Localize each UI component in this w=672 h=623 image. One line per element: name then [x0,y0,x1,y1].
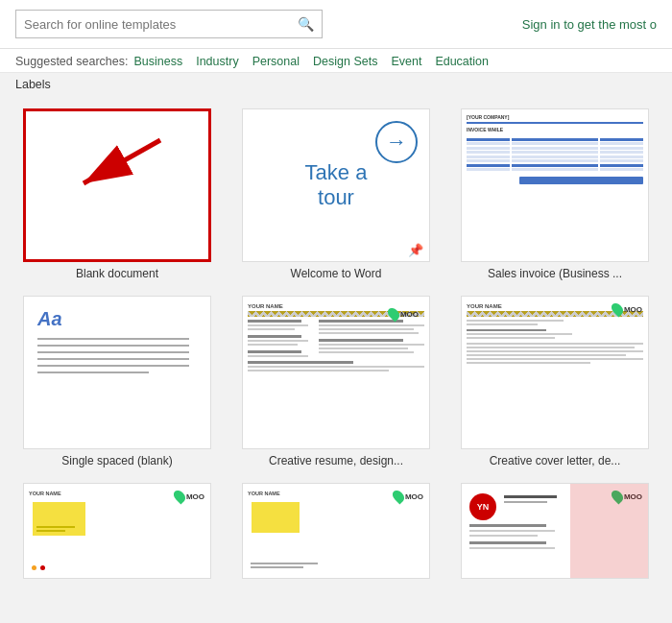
b1-yl1 [36,526,75,528]
cr-right-l4 [319,344,424,346]
section-label: Labels [0,73,672,97]
cr-right-l2 [319,328,414,330]
yn-bl2 [469,535,538,537]
moo-badge-cover: MOO [612,302,642,316]
invoice-label: Sales invoice (Business ... [488,267,622,280]
b2-l2 [251,566,303,568]
tour-thumb: → Take a tour 📌 [242,108,430,262]
cr-left-col [248,320,315,357]
cr-bottom-l1 [248,366,424,368]
moo-leaf-icon [385,306,401,323]
ss-line-3 [37,351,189,353]
b2-l1 [251,563,318,564]
search-input[interactable] [24,17,298,32]
b2-lines [251,563,318,568]
cc-addr-l1 [467,320,564,322]
blank-thumb [23,108,211,262]
svg-line-1 [84,140,160,183]
yn-nl2 [504,501,547,503]
invoice-blue-line [467,122,643,124]
cr-left-l4 [248,344,298,346]
ss-line-2 [37,345,189,347]
bottom-template-1[interactable]: MOO YOUR NAME [15,483,219,579]
template-invoice[interactable]: [YOUR COMPANY] INVOICE WHILE Sales invoi… [453,108,657,280]
invoice-table [467,138,643,172]
suggested-link-event[interactable]: Event [391,55,421,68]
cr-bottom-l2 [248,370,389,371]
cc-body-l4 [467,354,626,356]
yn-nl1 [504,495,557,498]
b1-dots [32,565,45,570]
bottom-thumb-2: MOO YOUR NAME [242,483,430,579]
cr-left-l1 [248,324,308,326]
b2-name: YOUR NAME [248,491,280,496]
bottom-template-2[interactable]: MOO YOUR NAME [234,483,438,579]
template-creative-cover[interactable]: MOO YOUR NAME [453,296,657,467]
moo-badge-resume: MOO [389,307,419,321]
yn-bl3 [469,547,555,549]
template-single-spaced[interactable]: Aa Single spaced (blank) [15,296,219,467]
search-button[interactable]: 🔍 [298,16,314,32]
suggested-link-education[interactable]: Education [435,55,489,68]
cc-body-l6 [467,362,590,364]
template-blank[interactable]: Blank document [15,108,219,280]
search-box[interactable]: 🔍 [15,10,323,38]
suggested-link-industry[interactable]: Industry [196,55,238,68]
suggested-link-business[interactable]: Business [133,55,182,68]
cr-right-l1 [319,324,424,326]
ss-line-6 [37,371,149,373]
cc-address [467,320,643,325]
suggested-link-design-sets[interactable]: Design Sets [313,55,377,68]
cc-body [467,343,643,364]
b1-yellow-block [33,502,85,536]
red-arrow-indicator [55,131,180,207]
cr-left-title3 [248,350,301,353]
suggested-link-personal[interactable]: Personal [252,55,300,68]
cc-body-l3 [467,350,643,352]
ss-line-1 [37,338,189,340]
cr-bottom-title [248,361,353,364]
templates-grid: Blank document → Take a tour 📌 Welcome t… [0,97,672,483]
pin-icon: 📌 [408,243,423,257]
template-creative-resume[interactable]: MOO YOUR NAME [234,296,438,467]
yn-circle: YN [469,493,496,520]
creative-resume-label: Creative resume, design... [269,454,403,467]
ss-lines [37,338,197,373]
moo-badge-b1: MOO [175,490,204,503]
b1-dot1 [32,565,36,570]
cr-left-l5 [248,355,308,357]
cc-body-l5 [467,358,643,360]
cr-left-title [248,320,301,323]
b1-dot2 [40,565,45,570]
moo-badge-b2: MOO [394,490,423,503]
tour-circle-icon: → [375,121,418,163]
template-tour[interactable]: → Take a tour 📌 Welcome to Word [234,108,438,280]
suggested-bar: Suggested searches: Business Industry Pe… [0,49,672,73]
yn-name-lines [504,495,557,503]
single-spaced-thumb: Aa [23,296,211,449]
moo-leaf-b2-icon [390,489,406,505]
bottom-row: MOO YOUR NAME MOO YOUR NAME [0,483,672,594]
cc-recv-l2 [467,333,572,335]
bottom-thumb-1: MOO YOUR NAME [23,483,211,579]
tour-label: Welcome to Word [291,267,382,280]
b2-yellow-block [252,502,300,533]
creative-cover-label: Creative cover letter, de... [490,454,621,467]
tour-text: Take a tour [305,160,368,211]
bottom-thumb-3: MOO YN [461,483,649,579]
cr-wrapper: MOO YOUR NAME [248,301,424,443]
invoice-detail: [YOUR COMPANY] INVOICE WHILE [462,109,648,261]
invoice-subtitle: INVOICE WHILE [467,127,643,132]
top-bar: 🔍 Sign in to get the most o [0,0,672,49]
yn-body-lines [469,524,555,549]
cr-right-l6 [319,351,414,353]
cc-recv-l1 [467,329,546,331]
ss-line-4 [37,358,189,360]
moo-leaf-cover-icon [609,301,625,318]
b1-yellow-lines [36,526,75,532]
creative-cover-thumb: MOO YOUR NAME [461,296,649,449]
bottom-template-3[interactable]: MOO YN [453,483,657,579]
cr-right-l5 [319,347,409,349]
yn-bl1 [469,530,555,532]
moo-leaf-b1-icon [171,489,187,505]
